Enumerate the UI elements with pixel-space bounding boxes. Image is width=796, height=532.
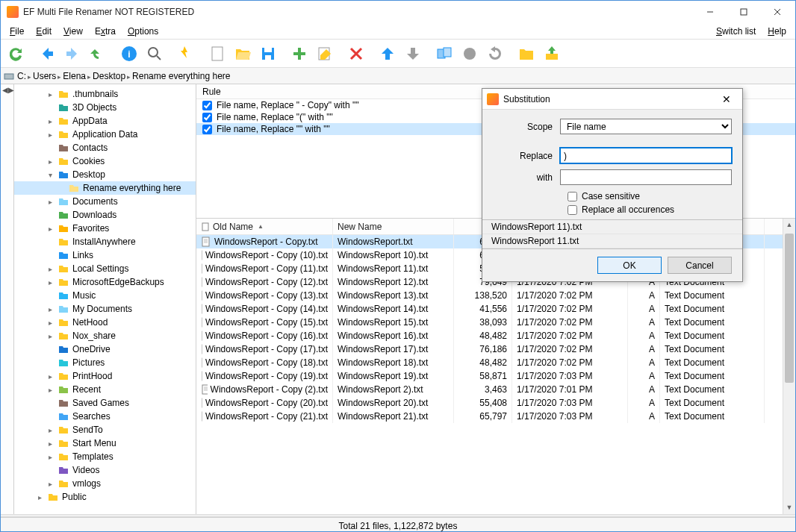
close-button[interactable] — [760, 1, 794, 23]
search-icon[interactable] — [143, 42, 167, 66]
expand-icon[interactable]: ▸ — [46, 426, 55, 434]
tree-node[interactable]: Contacts — [14, 141, 196, 154]
tree-node[interactable]: ▸Recent — [14, 383, 196, 396]
expand-icon[interactable]: ▸ — [35, 493, 44, 501]
tree-node[interactable]: ▸My Documents — [14, 302, 196, 316]
breadcrumb-item[interactable]: Rename everything here — [132, 71, 230, 81]
breadcrumb-item[interactable]: Desktop — [93, 71, 125, 81]
maximize-button[interactable] — [727, 1, 760, 23]
revert-icon[interactable] — [483, 42, 507, 66]
rule-checkbox[interactable] — [202, 101, 212, 110]
expand-icon[interactable]: ▸ — [46, 386, 55, 394]
dialog-close-icon[interactable]: ✕ — [715, 93, 738, 105]
tree-node[interactable]: Searches — [14, 410, 196, 423]
expand-icon[interactable]: ▸ — [46, 90, 55, 98]
file-row[interactable]: WindowsReport - Copy (21).txtWindowsRepo… — [196, 410, 795, 423]
tree-node[interactable]: ▸Start Menu — [14, 436, 196, 450]
tree-node[interactable]: ▸SendTo — [14, 423, 196, 436]
vertical-scrollbar[interactable]: ▲ ▼ — [783, 219, 795, 514]
file-row[interactable]: WindowsReport - Copy (13).txtWindowsRepo… — [196, 289, 795, 302]
expand-icon[interactable]: ▸ — [46, 265, 55, 273]
cancel-button[interactable]: Cancel — [668, 257, 732, 274]
tree-node[interactable]: 3D Objects — [14, 101, 196, 114]
file-row[interactable]: WindowsReport - Copy (20).txtWindowsRepo… — [196, 396, 795, 410]
expand-icon[interactable]: ▸ — [46, 225, 55, 233]
scrollbar-thumb[interactable] — [785, 234, 794, 383]
expand-icon[interactable]: ▸ — [46, 480, 55, 488]
tree-node[interactable]: ▸MicrosoftEdgeBackups — [14, 275, 196, 289]
file-row[interactable]: WindowsReport - Copy (16).txtWindowsRepo… — [196, 329, 795, 342]
expand-icon[interactable]: ▸ — [46, 319, 55, 327]
tree-node[interactable]: ▸Nox_share — [14, 329, 196, 342]
tree-node[interactable]: ▸vmlogs — [14, 477, 196, 490]
menu-file[interactable]: File — [4, 25, 30, 38]
tree-node[interactable]: ▸Local Settings — [14, 262, 196, 275]
tree-node[interactable]: ▸.thumbnails — [14, 87, 196, 101]
rule-checkbox[interactable] — [202, 125, 212, 134]
save-icon[interactable] — [256, 42, 280, 66]
tree-node[interactable]: Saved Games — [14, 396, 196, 410]
menu-extra[interactable]: Extra — [89, 25, 122, 38]
refresh-icon[interactable] — [4, 42, 28, 66]
open-icon[interactable] — [231, 42, 255, 66]
menu-help[interactable]: Help — [762, 25, 792, 38]
tree-node[interactable]: InstallAnywhere — [14, 235, 196, 248]
tree-node[interactable]: ▸Application Data — [14, 128, 196, 141]
tree-node[interactable]: ▸Favorites — [14, 222, 196, 235]
menu-edit[interactable]: Edit — [30, 25, 57, 38]
new-icon[interactable] — [205, 42, 229, 66]
scope-select[interactable]: File name — [560, 119, 732, 134]
casesensitive-checkbox[interactable] — [568, 192, 577, 201]
tree-node[interactable]: ▸NetHood — [14, 316, 196, 329]
menu-view[interactable]: View — [57, 25, 89, 38]
undo-icon[interactable] — [86, 42, 110, 66]
tree-node[interactable]: ▾Desktop — [14, 168, 196, 181]
expand-icon[interactable]: ▸ — [46, 439, 55, 448]
file-row[interactable]: WindowsReport - Copy (17).txtWindowsRepo… — [196, 342, 795, 356]
tree-node[interactable]: OneDrive — [14, 342, 196, 356]
expand-icon[interactable]: ▸ — [46, 332, 55, 340]
with-input[interactable] — [560, 169, 732, 185]
delete-icon[interactable] — [344, 42, 368, 66]
preview-icon[interactable] — [432, 42, 456, 66]
tree-node[interactable]: ▸Cookies — [14, 154, 196, 168]
expand-icon[interactable]: ▸ — [46, 305, 55, 313]
expand-icon[interactable]: ▸ — [46, 278, 55, 287]
file-row[interactable]: WindowsReport - Copy (2).txtWindowsRepor… — [196, 383, 795, 396]
file-row[interactable]: WindowsReport - Copy (14).txtWindowsRepo… — [196, 302, 795, 316]
tree-node[interactable]: Downloads — [14, 208, 196, 222]
tree-node[interactable]: ▸Documents — [14, 195, 196, 208]
replaceall-checkbox[interactable] — [568, 205, 577, 215]
breadcrumb-item[interactable]: Elena — [63, 71, 86, 81]
execute-icon[interactable] — [174, 42, 198, 66]
tree-node[interactable]: Rename everything here — [14, 181, 196, 195]
info-icon[interactable]: i — [117, 42, 141, 66]
tree-node[interactable]: ▸Public — [14, 490, 196, 504]
down-icon[interactable] — [401, 42, 425, 66]
file-row[interactable]: WindowsReport - Copy (15).txtWindowsRepo… — [196, 316, 795, 329]
tree-node[interactable]: Videos — [14, 463, 196, 477]
tree-node[interactable]: ▸PrintHood — [14, 369, 196, 383]
up-icon[interactable] — [376, 42, 399, 66]
menu-options[interactable]: Options — [122, 25, 164, 38]
folder-tree[interactable]: ▸.thumbnails3D Objects▸AppData▸Applicati… — [14, 84, 196, 514]
file-row[interactable]: WindowsReport - Copy (19).txtWindowsRepo… — [196, 369, 795, 383]
tree-node[interactable]: Music — [14, 289, 196, 302]
expand-icon[interactable]: ▸ — [46, 198, 55, 206]
tree-node[interactable]: Links — [14, 248, 196, 262]
import-icon[interactable] — [540, 42, 564, 66]
expand-icon[interactable]: ▸ — [46, 372, 55, 381]
replace-input[interactable] — [560, 148, 732, 163]
folder-icon[interactable] — [514, 42, 538, 66]
tree-node[interactable]: Pictures — [14, 356, 196, 369]
forward-icon[interactable] — [60, 42, 84, 66]
expand-icon[interactable]: ▾ — [46, 171, 55, 179]
expand-icon[interactable]: ▸ — [46, 453, 55, 461]
tree-node[interactable]: ▸Templates — [14, 450, 196, 463]
minimize-button[interactable] — [693, 1, 727, 23]
rule-checkbox[interactable] — [202, 113, 212, 122]
menu-switchlist[interactable]: Switch list — [710, 25, 762, 38]
col-newname[interactable]: New Name — [333, 219, 454, 234]
col-oldname[interactable]: Old Name — [196, 219, 333, 234]
dialog-titlebar[interactable]: Substitution ✕ — [482, 89, 742, 110]
